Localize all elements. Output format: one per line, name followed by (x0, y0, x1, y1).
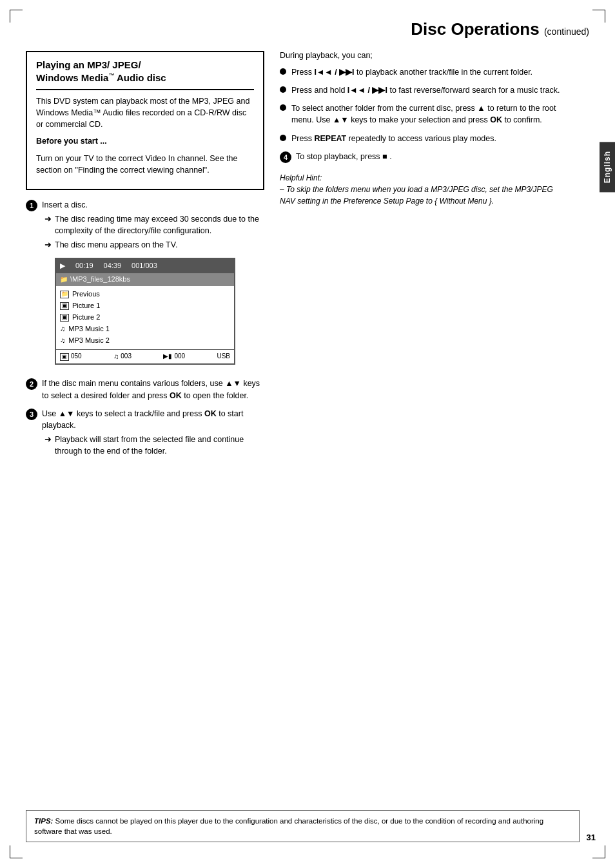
footer-images: ▣ 050 (60, 352, 82, 362)
bullet-text-4: Press REPEAT repeatedly to access variou… (291, 133, 570, 144)
footer-usb-label: USB (217, 352, 230, 362)
title-line1: Playing an MP3/ JPEG/ (36, 59, 141, 70)
step-1-arrow-2: ➜ The disc menu appears on the TV. (44, 239, 264, 251)
screen-display: ▶ 00:19 04:39 001/003 📁 \MP3_files_128kb… (55, 258, 235, 365)
folder-path: \MP3_files_128kbs (70, 275, 130, 285)
step-4-content: To stop playback, press ■ . (296, 151, 570, 162)
arrow-icon-2: ➜ (44, 239, 52, 251)
step-4-number: 4 (280, 151, 291, 163)
corner-mark-br (592, 845, 605, 858)
arrow-icon-1: ➜ (44, 213, 52, 226)
step-1-content: Insert a disc. ➜ The disc reading time m… (42, 199, 264, 372)
intro-text: This DVD system can playback most of the… (36, 95, 254, 130)
step-4: 4 To stop playback, press ■ . (280, 151, 570, 163)
screen-body: 📁 Previous ▣ Picture 1 ▣ Pict (56, 286, 234, 349)
footer-images-count: 050 (71, 352, 82, 362)
main-content: Playing an MP3/ JPEG/ Windows Media™ Aud… (26, 51, 589, 463)
screen-row-previous: 📁 Previous (60, 289, 230, 300)
footer-image-icon: ▣ (60, 353, 69, 361)
page-number: 31 (587, 833, 596, 842)
corner-mark-tr (592, 10, 605, 23)
bullet-dot-1 (280, 68, 286, 75)
section-title: Playing an MP3/ JPEG/ Windows Media™ Aud… (36, 59, 254, 84)
screen-label-previous: Previous (72, 289, 100, 300)
footer-music-icon: ♫ (113, 352, 119, 362)
step-3-arrow: ➜ Playback will start from the selected … (44, 434, 264, 457)
left-column: Playing an MP3/ JPEG/ Windows Media™ Aud… (26, 51, 264, 463)
title-main: Disc Operations (411, 19, 539, 39)
language-tab: English (600, 142, 615, 192)
page-header: Disc Operations (continued) (26, 19, 589, 43)
music-icon-2: ♫ (60, 336, 65, 346)
screen-row-music2: ♫ MP3 Music 2 (60, 335, 230, 347)
hint-label: Helpful Hint: (280, 172, 570, 184)
step-3-arrow-text: Playback will start from the selected fi… (55, 434, 264, 457)
footer-media-count: 000 (174, 352, 185, 362)
screen-play-icon: ▶ (60, 261, 65, 271)
screen-label-pic1: Picture 1 (72, 301, 100, 311)
step-2: 2 If the disc main menu contains various… (26, 378, 264, 401)
corner-mark-bl (10, 845, 23, 858)
step-2-content: If the disc main menu contains various f… (42, 378, 264, 401)
bullet-4: Press REPEAT repeatedly to access variou… (280, 133, 570, 144)
bullet-dot-4 (280, 135, 286, 141)
bullet-dot-2 (280, 86, 286, 93)
before-start-label: Before you start ... (36, 135, 254, 147)
screen-folder-bar: 📁 \MP3_files_128kbs (56, 273, 234, 286)
title-line3: Audio disc (114, 72, 166, 83)
before-start-bold: Before you start ... (36, 137, 107, 146)
page-title: Disc Operations (continued) (411, 19, 589, 39)
screen-duration: 04:39 (104, 261, 122, 271)
screen-row-music1: ♫ MP3 Music 1 (60, 323, 230, 335)
step-3-number: 3 (26, 409, 37, 420)
corner-mark-tl (10, 10, 23, 23)
bullet-text-2: Press and hold I◄◄ / ▶▶I to fast reverse… (291, 84, 570, 96)
before-start-text: Turn on your TV to the correct Video In … (36, 153, 254, 176)
step-1: 1 Insert a disc. ➜ The disc reading time… (26, 199, 264, 372)
step-1-number: 1 (26, 200, 37, 211)
screen-row-pic2: ▣ Picture 2 (60, 312, 230, 323)
step-3-content: Use ▲▼ keys to select a track/file and p… (42, 408, 264, 458)
title-line2: Windows Media (36, 72, 108, 83)
footer-media: ▶▮ 000 (163, 352, 185, 362)
step-1-arrow-1: ➜ The disc reading time may exceed 30 se… (44, 213, 264, 236)
section-box: Playing an MP3/ JPEG/ Windows Media™ Aud… (26, 51, 264, 190)
screen-label-music2: MP3 Music 2 (68, 336, 110, 346)
screen-footer: ▣ 050 ♫ 003 ▶▮ 000 (56, 349, 234, 364)
page: English Disc Operations (continued) Play… (0, 0, 615, 868)
tips-label: TIPS: (34, 817, 53, 825)
bullet-1: Press I◄◄ / ▶▶I to playback another trac… (280, 66, 570, 78)
image-icon-1: ▣ (60, 302, 69, 310)
screen-row-pic1: ▣ Picture 1 (60, 300, 230, 312)
bullet-text-3: To select another folder from the curren… (291, 102, 570, 126)
step-1-arrow-text-1: The disc reading time may exceed 30 seco… (55, 213, 264, 236)
hint-text: – To skip the folders menu when you load… (280, 184, 570, 207)
footer-music-count: 003 (121, 352, 132, 362)
step-3: 3 Use ▲▼ keys to select a track/file and… (26, 408, 264, 458)
bullet-dot-3 (280, 104, 286, 111)
screen-label-pic2: Picture 2 (72, 313, 100, 323)
bullet-2: Press and hold I◄◄ / ▶▶I to fast reverse… (280, 84, 570, 96)
step-2-number: 2 (26, 378, 37, 390)
folder-prev-icon: 📁 (60, 291, 69, 298)
bullet-text-1: Press I◄◄ / ▶▶I to playback another trac… (291, 66, 570, 78)
arrow-icon-3: ➜ (44, 434, 52, 446)
image-icon-2: ▣ (60, 314, 69, 322)
section-divider (36, 89, 254, 90)
during-text: During playback, you can; (280, 51, 570, 60)
footer-usb: USB (217, 352, 230, 362)
music-icon-1: ♫ (60, 324, 65, 334)
title-continued: (continued) (544, 26, 589, 37)
bullet-3: To select another folder from the curren… (280, 102, 570, 126)
footer-media-icon: ▶▮ (163, 352, 172, 362)
screen-time: 00:19 (75, 261, 93, 271)
folder-icon: 📁 (60, 275, 68, 285)
helpful-hint: Helpful Hint: – To skip the folders menu… (280, 172, 570, 207)
footer-music: ♫ 003 (113, 352, 132, 362)
screen-header: ▶ 00:19 04:39 001/003 (56, 259, 234, 273)
screen-track: 001/003 (132, 261, 157, 271)
right-column: During playback, you can; Press I◄◄ / ▶▶… (280, 51, 589, 463)
step-1-text: Insert a disc. (42, 200, 88, 209)
step-1-arrow-text-2: The disc menu appears on the TV. (55, 239, 177, 251)
tips-box: TIPS: Some discs cannot be played on thi… (26, 810, 580, 842)
